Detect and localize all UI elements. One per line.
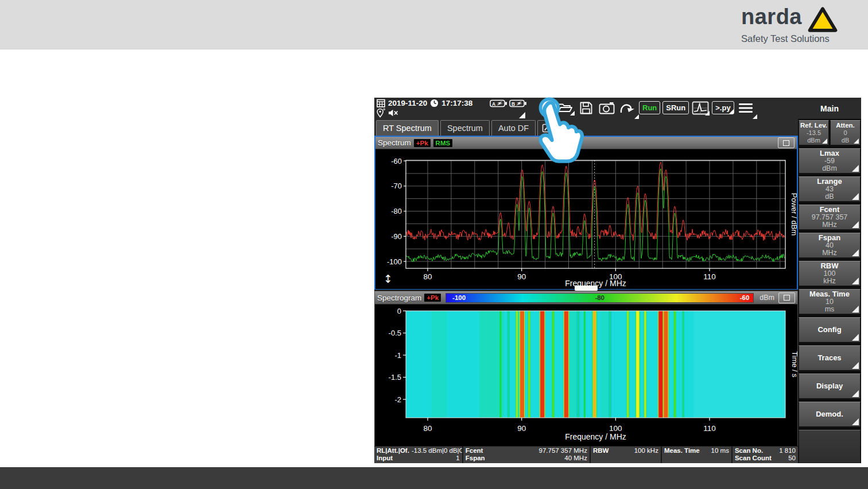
button-value: -13.5 bbox=[807, 129, 821, 137]
status-value: 1 810 bbox=[779, 447, 796, 455]
spectrogram-chart[interactable]: 0-0.5-1-1.5-28090100110Frequency / MHzTi… bbox=[375, 305, 797, 446]
menu-corner-triangle bbox=[753, 114, 757, 119]
status-label: Meas. Time bbox=[664, 447, 700, 455]
os-taskbar bbox=[0, 467, 868, 489]
sidebar-button-fcent[interactable]: Fcent 97.757 357 MHz bbox=[799, 205, 861, 230]
spectrum-titlebar: Spectrum +Pk RMS bbox=[375, 137, 797, 149]
sidebar-button-meas-time[interactable]: Meas. Time 10 ms bbox=[799, 289, 861, 314]
svg-text:-0.5: -0.5 bbox=[389, 329, 401, 337]
spectrogram-window-title: Spectrogram bbox=[377, 294, 421, 302]
open-file-button[interactable] bbox=[556, 100, 575, 115]
speaker-muted-icon bbox=[388, 109, 398, 117]
button-label: Traces bbox=[817, 354, 841, 362]
main-menu-button[interactable] bbox=[737, 100, 755, 115]
svg-text:B: B bbox=[512, 101, 515, 106]
spectrum-window-title: Spectrum bbox=[378, 138, 411, 147]
system-status-panel[interactable]: 2019-11-20 17:17:38 A bbox=[377, 98, 527, 118]
colorbar-mid-label: -80 bbox=[595, 294, 604, 301]
softkey-sidebar: Main Ref. Lev. -13.5 dBm Atten. 0 dB bbox=[798, 98, 861, 463]
target-icon bbox=[538, 101, 552, 115]
run-label: Run bbox=[642, 103, 657, 112]
button-label: Ref. Lev. bbox=[800, 121, 827, 129]
status-cell-meas-time: Meas. Time10 ms bbox=[662, 446, 731, 463]
button-label: Fcent bbox=[820, 206, 840, 214]
button-unit: MHz bbox=[822, 249, 837, 257]
svg-text:-60: -60 bbox=[391, 157, 402, 165]
corner-triangle bbox=[852, 390, 859, 397]
menu-corner-triangle bbox=[705, 111, 710, 115]
corner-triangle bbox=[852, 362, 859, 369]
status-cell-rbw: RBW100 kHz bbox=[591, 446, 661, 463]
floppy-disk-icon bbox=[579, 101, 593, 115]
save-button[interactable] bbox=[577, 100, 595, 115]
window-splitter-handle[interactable] bbox=[575, 286, 598, 291]
svg-text:0: 0 bbox=[397, 307, 401, 315]
expand-corner-triangle bbox=[519, 112, 525, 118]
button-label: Demod. bbox=[816, 410, 843, 418]
button-label: Atten. bbox=[836, 121, 855, 129]
run-button[interactable]: Run bbox=[639, 101, 660, 114]
sidebar-buttons: Ref. Lev. -13.5 dBm Atten. 0 dB Lmax -59 bbox=[798, 120, 861, 463]
connect-button[interactable] bbox=[536, 100, 554, 115]
screenshot-button[interactable] bbox=[598, 100, 616, 115]
sidebar-button-config[interactable]: Config bbox=[799, 317, 861, 342]
sidebar-button-display[interactable]: Display bbox=[799, 374, 861, 399]
corner-triangle bbox=[852, 165, 859, 172]
spectrum-maximize-button[interactable] bbox=[778, 137, 795, 148]
sidebar-filler-panel bbox=[799, 430, 861, 463]
button-label: RBW bbox=[820, 262, 838, 270]
sidebar-button-atten[interactable]: Atten. 0 dB bbox=[830, 120, 861, 145]
sidebar-button-rbw[interactable]: RBW 100 kHz bbox=[799, 261, 861, 286]
clock-icon bbox=[430, 99, 439, 107]
svg-text:110: 110 bbox=[703, 272, 716, 281]
curved-arrow-icon bbox=[619, 101, 636, 115]
maximize-icon bbox=[783, 140, 789, 146]
status-cell-scan: Scan No.1 810 Scan Count50 bbox=[733, 446, 798, 463]
button-unit: dBm bbox=[822, 165, 837, 172]
spectrum-chart[interactable]: -60-70-80-90-1008090100110Frequency / MH… bbox=[375, 149, 797, 289]
sidebar-button-lrange[interactable]: Lrange 43 dB bbox=[799, 176, 861, 202]
view-tabbar: RT Spectrum Spectrum Auto DF bbox=[374, 119, 798, 136]
color-scale-legend: -100 -80 -60 bbox=[445, 293, 754, 303]
narda-logo: narda Safety Test Solutions bbox=[741, 6, 838, 44]
menu-corner-triangle bbox=[570, 111, 575, 115]
spectrogram-maximize-button[interactable] bbox=[778, 292, 795, 303]
sidebar-button-traces[interactable]: Traces bbox=[799, 345, 861, 371]
status-label: Fcent bbox=[466, 447, 483, 455]
svg-text:90: 90 bbox=[517, 272, 526, 281]
sidebar-button-lmax[interactable]: Lmax -59 dBm bbox=[799, 148, 861, 174]
button-label: Meas. Time bbox=[809, 290, 850, 298]
measurement-view-button[interactable] bbox=[691, 100, 710, 115]
spectrum-window: Spectrum +Pk RMS -60-70-80-90-1008090100… bbox=[374, 136, 798, 290]
status-label: RBW bbox=[593, 447, 609, 455]
measurement-statusbar: RL|Att.|Of.-13.5 dBm|0 dB|Off Input1 Fce… bbox=[374, 446, 798, 463]
svg-text:-70: -70 bbox=[391, 182, 402, 190]
sidebar-title: Main bbox=[798, 98, 861, 120]
corner-triangle bbox=[852, 306, 859, 313]
sidebar-button-fspan[interactable]: Fspan 40 MHz bbox=[799, 233, 861, 258]
svg-text:-1.5: -1.5 bbox=[389, 373, 401, 382]
menu-corner-triangle bbox=[634, 114, 639, 119]
tab-rt-spectrum[interactable]: RT Spectrum bbox=[376, 120, 439, 136]
sidebar-button-demod[interactable]: Demod. bbox=[799, 402, 861, 427]
button-label: Lmax bbox=[820, 149, 839, 157]
svg-text:Power / dBm: Power / dBm bbox=[790, 193, 797, 236]
tab-auto-df[interactable]: Auto DF bbox=[491, 120, 536, 136]
tab-spectrum[interactable]: Spectrum bbox=[440, 120, 490, 136]
battery-indicators: A B bbox=[490, 99, 527, 107]
brand-triangle-icon bbox=[807, 6, 838, 33]
single-run-button[interactable]: SRun bbox=[662, 101, 689, 114]
svg-text:-2: -2 bbox=[394, 395, 401, 404]
tab-edit-views[interactable] bbox=[537, 120, 556, 136]
menu-corner-triangle bbox=[729, 109, 734, 114]
corner-triangle bbox=[852, 418, 859, 425]
colorbar-min-label: -100 bbox=[452, 294, 466, 301]
button-unit: MHz bbox=[822, 221, 837, 229]
svg-text:80: 80 bbox=[423, 424, 432, 433]
screen: narda Safety Test Solutions bbox=[0, 0, 868, 489]
status-value: 40 MHz bbox=[564, 455, 587, 462]
replay-button[interactable] bbox=[618, 100, 637, 115]
sidebar-button-ref-level[interactable]: Ref. Lev. -13.5 dBm bbox=[799, 120, 829, 145]
python-script-button[interactable]: >.py bbox=[712, 101, 734, 114]
status-label: Scan Count bbox=[735, 455, 772, 462]
